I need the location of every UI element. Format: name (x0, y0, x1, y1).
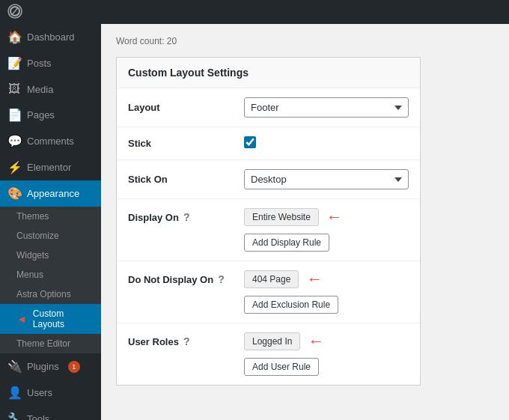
word-count: Word count: 20 (116, 36, 421, 46)
sidebar-label: Comments (27, 136, 74, 147)
dashboard-icon: 🏠 (7, 30, 21, 44)
sidebar-item-comments[interactable]: 💬 Comments (0, 128, 101, 154)
do-not-display-on-control: 404 Page ← Add Exclusion Rule (244, 270, 338, 314)
user-roles-row: User Roles ? Logged In ← Add User Rule (117, 323, 420, 385)
sidebar-item-appearance[interactable]: 🎨 Appearance (0, 180, 101, 207)
user-roles-tag: Logged In (244, 332, 300, 350)
sidebar-item-dashboard[interactable]: 🏠 Dashboard (0, 24, 101, 50)
plugins-label: Plugins (27, 361, 59, 372)
do-not-display-on-label: Do Not Display On ? (128, 270, 244, 285)
sidebar-item-plugins[interactable]: 🔌 Plugins 1 (0, 353, 101, 380)
appearance-submenu: Themes Customize Widgets Menus Astra Opt… (0, 207, 101, 353)
display-on-arrow-icon: ← (326, 209, 343, 225)
display-on-help-icon[interactable]: ? (183, 211, 190, 223)
appearance-label: Appearance (27, 188, 79, 199)
settings-title: Custom Layout Settings (117, 58, 420, 88)
display-on-tag: Entire Website (244, 208, 319, 226)
stick-control (244, 136, 256, 150)
content-area: Word count: 20 Custom Layout Settings La… (101, 24, 436, 401)
display-on-row: Display On ? Entire Website ← Add Displa… (117, 199, 420, 261)
wp-logo-icon[interactable] (7, 4, 22, 21)
sidebar-item-customize[interactable]: Customize (0, 226, 101, 246)
layout-label: Layout (128, 102, 244, 113)
custom-layouts-arrow-icon: ◄ (16, 313, 27, 325)
sidebar-item-theme-editor[interactable]: Theme Editor (0, 334, 101, 353)
sidebar-item-widgets[interactable]: Widgets (0, 246, 101, 265)
add-user-rule-button[interactable]: Add User Rule (244, 358, 319, 376)
pages-icon: 📄 (7, 108, 21, 122)
sidebar-item-astra-options[interactable]: Astra Options (0, 284, 101, 304)
plugins-icon: 🔌 (7, 359, 21, 374)
user-roles-arrow-icon: ← (308, 333, 324, 350)
widgets-label: Widgets (16, 250, 49, 261)
plugins-badge: 1 (68, 361, 80, 373)
sidebar-label: Pages (27, 109, 55, 121)
stick-checkbox[interactable] (244, 136, 256, 148)
do-not-display-on-tag: 404 Page (244, 270, 299, 288)
tools-label: Tools (27, 413, 49, 420)
layout-control: Footer Header Hook 404 Page (244, 97, 409, 118)
menus-label: Menus (16, 270, 43, 280)
user-roles-control: Logged In ← Add User Rule (244, 332, 324, 376)
settings-box: Custom Layout Settings Layout Footer Hea… (116, 57, 421, 386)
sidebar-item-themes[interactable]: Themes (0, 207, 101, 226)
sidebar-label: Media (27, 84, 53, 95)
sidebar-item-tools[interactable]: 🔧 Tools (0, 406, 101, 420)
users-label: Users (27, 387, 52, 398)
stick-on-row: Stick On Desktop Mobile Both (117, 160, 420, 199)
stick-label: Stick (128, 138, 244, 149)
sidebar-item-posts[interactable]: 📝 Posts (0, 50, 101, 76)
sidebar-item-menus[interactable]: Menus (0, 265, 101, 284)
do-not-display-on-row: Do Not Display On ? 404 Page ← Add Exclu… (117, 261, 420, 323)
sidebar-label: Dashboard (27, 31, 75, 43)
layout-select[interactable]: Footer Header Hook 404 Page (244, 97, 409, 118)
sidebar-label: Elementor (27, 162, 71, 173)
posts-icon: 📝 (7, 56, 21, 70)
do-not-display-help-icon[interactable]: ? (218, 273, 225, 285)
sidebar-item-users[interactable]: 👤 Users (0, 380, 101, 406)
elementor-icon: ⚡ (7, 160, 21, 174)
display-on-label: Display On ? (128, 208, 244, 223)
sidebar: 🏠 Dashboard 📝 Posts 🖼 Media 📄 Pages 💬 Co… (0, 0, 101, 420)
stick-on-label: Stick On (128, 174, 244, 185)
sidebar-item-pages[interactable]: 📄 Pages (0, 102, 101, 128)
customize-label: Customize (16, 231, 59, 241)
stick-on-control: Desktop Mobile Both (244, 169, 409, 189)
layout-row: Layout Footer Header Hook 404 Page (117, 88, 420, 127)
user-roles-label: User Roles ? (128, 332, 244, 347)
admin-bar (0, 0, 509, 24)
users-icon: 👤 (7, 386, 21, 400)
add-display-rule-button[interactable]: Add Display Rule (244, 234, 329, 252)
comments-icon: 💬 (7, 134, 21, 148)
tools-icon: 🔧 (7, 412, 21, 420)
theme-editor-label: Theme Editor (16, 338, 70, 349)
appearance-icon: 🎨 (7, 186, 21, 201)
sidebar-item-elementor[interactable]: ⚡ Elementor (0, 154, 101, 180)
main-content: Word count: 20 Custom Layout Settings La… (101, 0, 436, 420)
user-roles-help-icon[interactable]: ? (183, 335, 190, 347)
add-exclusion-rule-button[interactable]: Add Exclusion Rule (244, 296, 338, 314)
display-on-control: Entire Website ← Add Display Rule (244, 208, 343, 252)
themes-label: Themes (16, 211, 49, 222)
stick-on-select[interactable]: Desktop Mobile Both (244, 169, 409, 189)
stick-row: Stick (117, 127, 420, 160)
custom-layouts-label: Custom Layouts (33, 308, 94, 329)
sidebar-label: Posts (27, 58, 52, 69)
astra-options-label: Astra Options (16, 289, 71, 299)
sidebar-item-custom-layouts[interactable]: ◄ Custom Layouts (0, 304, 101, 334)
sidebar-item-media[interactable]: 🖼 Media (0, 76, 101, 102)
do-not-display-arrow-icon: ← (306, 271, 323, 287)
media-icon: 🖼 (7, 82, 21, 96)
